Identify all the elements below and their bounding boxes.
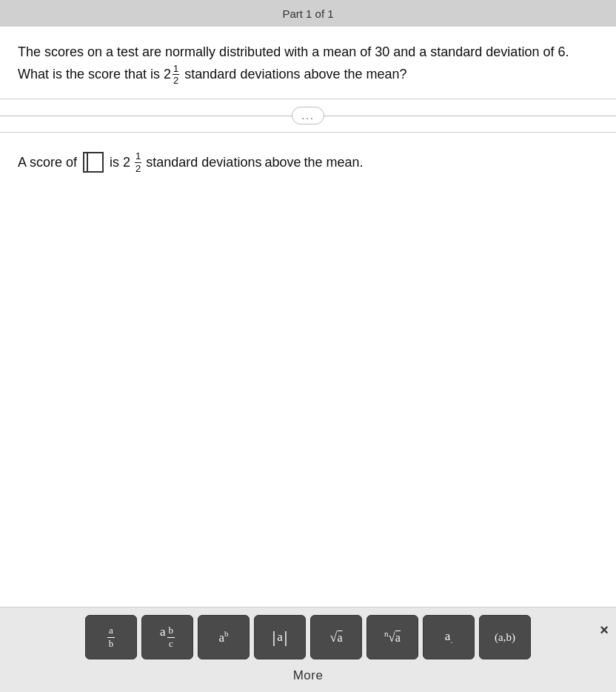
fraction-button[interactable]: a b xyxy=(85,615,137,659)
answer-fraction-numerator: 1 xyxy=(135,150,141,163)
square-root-button[interactable]: √a xyxy=(310,615,362,659)
answer-suffix4: the mean. xyxy=(304,155,363,170)
superscript-button[interactable]: ab xyxy=(198,615,250,659)
question-text-part2: standard deviations above the mean? xyxy=(181,67,406,81)
more-button[interactable]: More xyxy=(264,665,353,686)
question-fraction: 12 xyxy=(173,63,179,87)
answer-fraction-denominator: 2 xyxy=(135,163,141,175)
main-container: Part 1 of 1 The scores on a test are nor… xyxy=(0,0,616,692)
question-fraction-numerator: 1 xyxy=(173,63,179,76)
parentheses-button[interactable]: (a,b) xyxy=(479,615,531,659)
subscript-button[interactable]: a. xyxy=(423,615,475,659)
answer-area: A score of is 212standard deviationsabov… xyxy=(0,133,616,607)
dots-button[interactable]: ... xyxy=(292,107,324,124)
dots-text: ... xyxy=(301,110,315,122)
toolbar-buttons: a b a b c xyxy=(85,615,531,659)
close-icon: × xyxy=(600,622,609,638)
answer-suffix3: above xyxy=(264,155,301,170)
answer-suffix2: standard deviations xyxy=(146,155,261,170)
mixed-number-button[interactable]: a b c xyxy=(141,615,193,659)
divider-row: ... xyxy=(0,99,616,133)
question-fraction-denominator: 2 xyxy=(173,75,179,87)
answer-suffix1: is 2 xyxy=(110,155,130,170)
answer-prefix: A score of xyxy=(18,155,77,170)
top-bar-title: Part 1 of 1 xyxy=(282,7,333,20)
answer-input-box[interactable] xyxy=(83,152,104,173)
top-bar: Part 1 of 1 xyxy=(0,0,616,27)
close-button[interactable]: × xyxy=(600,622,609,639)
more-label: More xyxy=(293,668,324,682)
answer-text: A score of is 212standard deviationsabov… xyxy=(18,150,598,174)
bottom-toolbar: a b a b c xyxy=(0,607,616,692)
question-area: The scores on a test are normally distri… xyxy=(0,27,616,99)
absolute-value-button[interactable]: | a | xyxy=(254,615,306,659)
answer-fraction: 12 xyxy=(135,150,141,174)
nth-root-button[interactable]: n√a xyxy=(366,615,418,659)
question-text: The scores on a test are normally distri… xyxy=(18,41,598,87)
